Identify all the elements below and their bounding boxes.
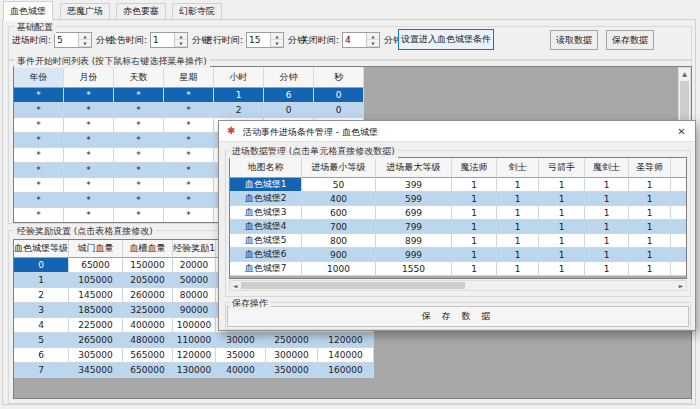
column-header[interactable]: 魔法师 (452, 158, 497, 178)
table-cell[interactable]: 1 (452, 178, 497, 192)
table-cell[interactable]: 1 (585, 248, 629, 262)
table-cell[interactable]: 血色城堡7 (230, 262, 302, 276)
table-cell[interactable]: 145000 (69, 288, 123, 303)
table-cell[interactable]: * (114, 103, 164, 118)
column-header[interactable]: 进场最大等级 (376, 158, 452, 178)
column-header[interactable]: 血槽血量 (123, 240, 173, 258)
table-cell[interactable]: 1 (585, 262, 629, 276)
table-cell[interactable]: 900 (302, 248, 376, 262)
table-cell[interactable]: 120000 (173, 348, 216, 363)
table-cell[interactable]: 4 (14, 318, 69, 333)
table-cell[interactable]: * (64, 88, 114, 103)
table-cell[interactable]: 480000 (123, 333, 173, 348)
table-cell[interactable]: 1 (585, 192, 629, 206)
column-header[interactable]: 城门血量 (69, 240, 123, 258)
table-cell[interactable]: * (114, 148, 164, 163)
table-cell[interactable]: 650000 (123, 363, 173, 378)
table-cell[interactable]: 0 (14, 258, 69, 273)
column-header[interactable]: 月份 (64, 67, 114, 88)
dialog-close-icon[interactable]: ✕ (674, 124, 689, 139)
table-cell[interactable]: 1 (585, 220, 629, 234)
table-cell[interactable]: * (14, 193, 64, 208)
table-cell[interactable]: * (14, 178, 64, 193)
table-cell[interactable]: 血色城堡1 (230, 178, 302, 192)
table-cell[interactable]: 130000 (173, 363, 216, 378)
table-cell[interactable]: * (14, 118, 64, 133)
column-header[interactable]: 剑士 (497, 158, 539, 178)
table-cell[interactable]: 血色城堡6 (230, 248, 302, 262)
table-cell[interactable]: 1 (539, 192, 585, 206)
dialog-table-hscrollbar[interactable]: ◄ ► (229, 280, 687, 291)
table-cell[interactable]: * (164, 133, 214, 148)
column-header[interactable]: 召唤师 (671, 158, 687, 178)
spinner-up-icon[interactable]: ▲ (175, 33, 187, 40)
table-cell[interactable]: * (64, 103, 114, 118)
table-cell[interactable]: 30000 (216, 333, 266, 348)
table-cell[interactable]: 血色城堡2 (230, 192, 302, 206)
table-cell[interactable]: 1 (539, 262, 585, 276)
table-cell[interactable]: 1 (497, 220, 539, 234)
table-cell[interactable]: 1 (671, 206, 687, 220)
tab-illusion-temple[interactable]: 幻影寺院 (172, 3, 222, 20)
tab-blood-castle[interactable]: 血色城堡 (3, 1, 53, 21)
dialog-titlebar[interactable]: ✱ 活动事件进场条件管理 - 血色城堡 ✕ (219, 121, 695, 142)
table-cell[interactable]: 1 (671, 220, 687, 234)
table-cell[interactable]: 300000 (266, 348, 318, 363)
table-cell[interactable]: * (14, 208, 64, 223)
save-data-button[interactable]: 保存数据 (606, 30, 654, 50)
column-header[interactable]: 小时 (214, 67, 264, 88)
table-cell[interactable]: 1 (452, 248, 497, 262)
table-cell[interactable]: 399 (376, 178, 452, 192)
table-cell[interactable]: 350000 (266, 363, 318, 378)
table-cell[interactable]: * (64, 148, 114, 163)
spinner-down-icon[interactable]: ▼ (175, 40, 187, 47)
column-header[interactable]: 分钟 (264, 67, 314, 88)
table-cell[interactable]: 6 (264, 88, 314, 103)
table-cell[interactable]: 0 (264, 103, 314, 118)
table-cell[interactable]: 50 (302, 178, 376, 192)
column-header[interactable]: 星期 (164, 67, 214, 88)
table-cell[interactable]: 105000 (69, 273, 123, 288)
table-cell[interactable]: 1 (671, 234, 687, 248)
table-cell[interactable]: 225000 (69, 318, 123, 333)
table-cell[interactable]: * (114, 178, 164, 193)
table-cell[interactable]: * (14, 103, 64, 118)
table-cell[interactable]: 999 (376, 248, 452, 262)
table-cell[interactable]: 160000 (318, 363, 374, 378)
spinner-down-icon[interactable]: ▼ (367, 40, 379, 47)
table-cell[interactable]: 1 (14, 273, 69, 288)
table-cell[interactable]: 2 (14, 288, 69, 303)
table-cell[interactable]: 0 (314, 103, 364, 118)
table-cell[interactable]: 400 (302, 192, 376, 206)
table-cell[interactable]: 20000 (173, 258, 216, 273)
table-cell[interactable]: 699 (376, 206, 452, 220)
column-header[interactable]: 年份 (14, 67, 64, 88)
column-header[interactable]: 经验奖励1 (173, 240, 216, 258)
table-cell[interactable]: 345000 (69, 363, 123, 378)
table-cell[interactable]: 3 (14, 303, 69, 318)
table-cell[interactable]: 100000 (173, 318, 216, 333)
tab-crimson-fortress[interactable]: 赤色要塞 (116, 3, 166, 20)
table-cell[interactable]: * (64, 133, 114, 148)
table-cell[interactable]: 40000 (216, 363, 266, 378)
table-cell[interactable]: * (14, 133, 64, 148)
table-cell[interactable]: * (64, 163, 114, 178)
table-cell[interactable]: * (14, 148, 64, 163)
table-cell[interactable]: 1 (629, 178, 671, 192)
column-header[interactable]: 血色城堡等级 (14, 240, 69, 258)
column-header[interactable]: 魔剑士 (585, 158, 629, 178)
table-cell[interactable]: * (164, 103, 214, 118)
table-cell[interactable]: 1550 (376, 262, 452, 276)
table-cell[interactable]: 120000 (318, 333, 374, 348)
scroll-up-icon[interactable]: ▲ (679, 68, 690, 80)
table-cell[interactable]: 血色城堡5 (230, 234, 302, 248)
table-cell[interactable]: 1 (671, 262, 687, 276)
close-time-spinner[interactable]: 4 ▲▼ (342, 32, 380, 48)
tab-devil-square[interactable]: 恶魔广场 (60, 3, 110, 20)
entry-time-spinner[interactable]: 5 ▲▼ (54, 32, 92, 48)
table-cell[interactable]: * (164, 88, 214, 103)
table-cell[interactable]: 1 (452, 262, 497, 276)
table-cell[interactable]: 90000 (173, 303, 216, 318)
table-cell[interactable]: 1 (539, 178, 585, 192)
scroll-left-icon[interactable]: ◄ (230, 281, 240, 290)
